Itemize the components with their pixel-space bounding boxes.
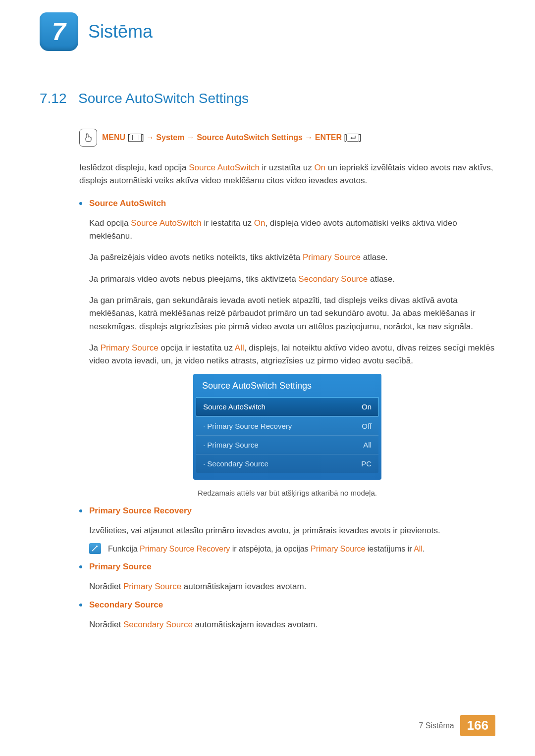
nav-enter-label: ENTER	[315, 133, 342, 142]
osd-menu-row-label: · Secondary Source	[203, 459, 361, 468]
osd-menu-row-value: Off	[362, 422, 372, 430]
enter-icon	[346, 134, 359, 142]
bullet-list: Source AutoSwitch Kad opcija Source Auto…	[79, 199, 495, 632]
bullet-primary-source-recovery: Primary Source Recovery Izvēlieties, vai…	[79, 506, 495, 555]
osd-menu-row-label: Source AutoSwitch	[203, 403, 362, 411]
page-footer: 7 Sistēma 166	[419, 715, 495, 736]
osd-menu-row[interactable]: · Secondary SourcePC	[196, 454, 378, 473]
osd-menu-row-value: On	[362, 403, 372, 411]
nav-arrow: →	[305, 133, 313, 142]
nav-system: System	[156, 133, 184, 142]
svg-rect-0	[346, 134, 359, 142]
nav-menu-label: MENU	[102, 133, 125, 142]
footer-chapter-label: 7 Sistēma	[419, 721, 454, 730]
bullet-source-autoswitch: Source AutoSwitch Kad opcija Source Auto…	[79, 199, 495, 497]
bullet-text: Ja Primary Source opcija ir iestatīta uz…	[89, 342, 495, 368]
osd-menu-title: Source AutoSwitch Settings	[193, 374, 381, 397]
osd-menu-rows: Source AutoSwitchOn· Primary Source Reco…	[196, 397, 378, 473]
bullet-dot-icon	[79, 604, 82, 606]
bullet-text: Ja gan primārais, gan sekundārais ievada…	[89, 294, 495, 333]
bullet-dot-icon	[79, 202, 82, 205]
bullet-dot-icon	[79, 565, 82, 568]
osd-menu-row[interactable]: · Primary Source RecoveryOff	[196, 416, 378, 435]
menu-navigation-path: MENU [ ] → System → Source AutoSwitch Se…	[79, 129, 495, 147]
nav-bracket: [	[342, 133, 346, 142]
bullet-title: Primary Source Recovery	[89, 506, 192, 516]
osd-menu-row[interactable]: Source AutoSwitchOn	[196, 397, 379, 416]
intro-paragraph: Ieslēdzot displeju, kad opcija Source Au…	[79, 161, 495, 188]
osd-menu-row-value: PC	[361, 459, 372, 468]
chapter-title: Sistēma	[88, 21, 153, 42]
note-row: Funkcija Primary Source Recovery ir atsp…	[89, 543, 495, 555]
section-header: 7.12 Source AutoSwitch Settings	[40, 91, 495, 106]
note-icon	[89, 543, 101, 554]
nav-sass: Source AutoSwitch Settings	[197, 133, 303, 142]
chapter-header: 7 Sistēma	[40, 12, 495, 51]
nav-bracket: ]	[359, 133, 361, 142]
bullet-title: Secondary Source	[89, 600, 163, 610]
menu-grid-icon	[130, 134, 142, 142]
osd-menu-panel: Source AutoSwitch Settings Source AutoSw…	[193, 374, 381, 480]
touch-icon	[79, 129, 97, 147]
nav-bracket: ]	[142, 133, 146, 142]
osd-menu-row-label: · Primary Source	[203, 441, 363, 449]
bullet-text: Ja primārais video avots nebūs pieejams,…	[89, 273, 495, 286]
osd-menu-row-label: · Primary Source Recovery	[203, 422, 362, 430]
bullet-dot-icon	[79, 509, 82, 512]
footer-page-number: 166	[460, 715, 495, 736]
section-title: Source AutoSwitch Settings	[78, 91, 249, 106]
chapter-badge: 7	[40, 12, 78, 51]
osd-menu-row-value: All	[363, 441, 372, 449]
bullet-text: Ja pašreizējais video avots netiks notei…	[89, 251, 495, 264]
bullet-primary-source: Primary Source Norādiet Primary Source a…	[79, 562, 495, 593]
osd-caption: Redzamais attēls var būt atšķirīgs atkar…	[79, 489, 495, 497]
nav-arrow: →	[146, 133, 154, 142]
bullet-secondary-source: Secondary Source Norādiet Secondary Sour…	[79, 600, 495, 631]
bullet-text: Izvēlieties, vai atjaunot atlasīto primā…	[89, 524, 495, 537]
bullet-text: Norādiet Secondary Source automātiskajam…	[89, 618, 495, 631]
bullet-text: Kad opcija Source AutoSwitch ir iestatīt…	[89, 217, 495, 243]
nav-arrow: →	[187, 133, 195, 142]
page: 7 Sistēma 7.12 Source AutoSwitch Setting…	[0, 0, 535, 756]
chapter-number: 7	[52, 17, 66, 46]
osd-menu-row[interactable]: · Primary SourceAll	[196, 435, 378, 454]
section-number: 7.12	[40, 91, 69, 106]
note-text: Funkcija Primary Source Recovery ir atsp…	[108, 543, 425, 555]
bullet-text: Norādiet Primary Source automātiskajam i…	[89, 580, 495, 593]
bullet-title: Source AutoSwitch	[89, 199, 166, 208]
bullet-title: Primary Source	[89, 562, 152, 572]
nav-bracket: [	[125, 133, 130, 142]
